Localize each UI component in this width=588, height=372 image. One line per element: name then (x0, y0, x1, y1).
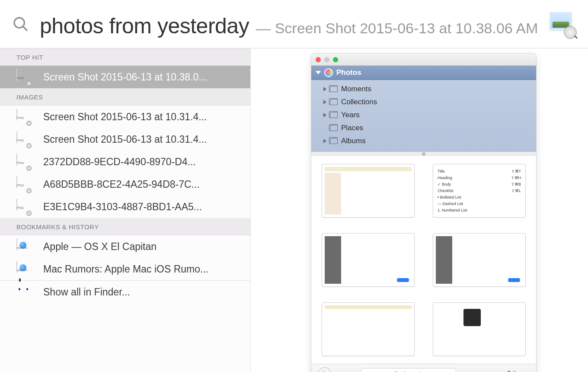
png-file-icon (16, 69, 30, 85)
collection-icon (330, 138, 338, 144)
result-label: Show all in Finder... (43, 286, 130, 298)
sidebar-item-collections[interactable]: Collections (311, 96, 536, 109)
result-row-top-hit[interactable]: Screen Shot 2015-06-13 at 10.38.0... (0, 66, 250, 88)
result-row[interactable]: 2372DD88-9ECD-4490-8970-D4... (0, 151, 250, 173)
sidebar-item-label: Collections (341, 98, 377, 106)
svg-line-1 (23, 26, 27, 31)
section-header-top-hit: TOP HIT (0, 48, 250, 66)
collection-icon (330, 112, 338, 118)
sidebar-head-photos[interactable]: Photos (311, 66, 536, 80)
png-file-icon (16, 131, 30, 147)
sidebar-item-label: Moments (341, 85, 371, 93)
result-row[interactable]: Screen Shot 2015-06-13 at 10.31.4... (0, 128, 250, 151)
search-bar: photos from yesterday — Screen Shot 2015… (0, 0, 588, 48)
preview-pane: Photos Moments Collections (251, 48, 588, 372)
result-label: E3E1C9B4-3103-4887-8BD1-AA5... (43, 201, 202, 213)
preview-search-input[interactable]: Search (361, 368, 456, 372)
chevron-right-icon (323, 139, 326, 143)
sidebar-item-label: Albums (341, 137, 366, 145)
svg-point-0 (14, 18, 24, 28)
sidebar-list: Moments Collections Years (311, 80, 536, 152)
collection-icon (330, 86, 338, 92)
thumbnail[interactable]: Title⇧⌘T Heading⇧⌘H Body⇧⌘B Checklist⇧⌘L… (433, 164, 526, 218)
result-label: 2372DD88-9ECD-4490-8970-D4... (43, 156, 196, 168)
webloc-file-icon (16, 239, 30, 254)
thumbnail[interactable] (433, 233, 526, 287)
thumbnail[interactable] (322, 233, 415, 287)
search-input[interactable]: photos from yesterday — Screen Shot 2015… (40, 10, 538, 38)
png-file-icon (16, 176, 30, 192)
spacer (323, 126, 326, 130)
search-icon (394, 371, 400, 372)
sidebar-item-label: Years (341, 111, 360, 119)
collection-icon (330, 99, 338, 105)
result-row[interactable]: A68D5BBB-8CE2-4A25-94D8-7C... (0, 173, 250, 196)
finder-icon (16, 284, 30, 300)
result-label: A68D5BBB-8CE2-4A25-94D8-7C... (43, 179, 200, 190)
show-all-in-finder[interactable]: Show all in Finder... (0, 281, 250, 303)
sidebar-item-label: Places (341, 124, 363, 132)
chevron-right-icon (323, 100, 326, 104)
chevron-right-icon (323, 113, 326, 117)
result-label: Apple — OS X El Capitan (43, 241, 157, 253)
chevron-down-icon (316, 71, 321, 74)
png-file-icon (16, 199, 30, 215)
search-icon (12, 16, 29, 33)
minimize-icon (324, 57, 329, 62)
png-file-icon (16, 154, 30, 170)
search-placeholder: Search (403, 370, 423, 372)
status-bar: Search 6 items (311, 364, 536, 372)
sidebar-title: Photos (336, 68, 361, 77)
collection-icon (330, 125, 338, 131)
result-label: Screen Shot 2015-06-13 at 10.31.4... (43, 134, 207, 145)
section-header-images: IMAGES (0, 88, 250, 106)
result-label: Screen Shot 2015-06-13 at 10.38.0... (43, 71, 207, 83)
close-icon[interactable] (316, 57, 321, 62)
sidebar-item-places[interactable]: Places (311, 122, 536, 135)
sidebar-item-albums[interactable]: Albums (311, 135, 536, 148)
result-row[interactable]: Screen Shot 2015-06-13 at 10.31.4... (0, 106, 250, 128)
section-header-bookmarks: BOOKMARKS & HISTORY (0, 218, 250, 235)
result-label: Mac Rumors: Apple Mac iOS Rumo... (43, 263, 208, 275)
splitter-handle[interactable] (311, 152, 536, 156)
chevron-right-icon (323, 87, 326, 91)
search-completion: — Screen Shot 2015-06-13 at 10.38.06 AM (256, 20, 538, 37)
result-row[interactable]: Apple — OS X El Capitan (0, 235, 250, 258)
png-file-icon (16, 109, 30, 125)
quicklook-play-button[interactable] (318, 367, 331, 372)
zoom-icon[interactable] (333, 57, 338, 62)
result-row[interactable]: Mac Rumors: Apple Mac iOS Rumo... (0, 258, 250, 280)
thumbnail-grid: Title⇧⌘T Heading⇧⌘H Body⇧⌘B Checklist⇧⌘L… (311, 156, 536, 364)
thumbnail[interactable] (322, 302, 415, 356)
preview-window: Photos Moments Collections (311, 54, 536, 372)
thumbnail[interactable] (433, 302, 526, 356)
results-list: TOP HIT Screen Shot 2015-06-13 at 10.38.… (0, 48, 251, 372)
photos-app-icon (324, 68, 333, 77)
webloc-file-icon (16, 261, 30, 277)
item-count: 6 items (507, 370, 529, 372)
search-query-text: photos from yesterday (40, 13, 249, 38)
preview-titlebar (311, 54, 536, 66)
preview-app-icon (548, 10, 576, 38)
spotlight-window: photos from yesterday — Screen Shot 2015… (0, 0, 588, 372)
sidebar-item-moments[interactable]: Moments (311, 83, 536, 96)
sidebar-item-years[interactable]: Years (311, 109, 536, 122)
result-row[interactable]: E3E1C9B4-3103-4887-8BD1-AA5... (0, 196, 250, 218)
thumbnail[interactable] (322, 164, 415, 218)
result-label: Screen Shot 2015-06-13 at 10.31.4... (43, 111, 207, 123)
